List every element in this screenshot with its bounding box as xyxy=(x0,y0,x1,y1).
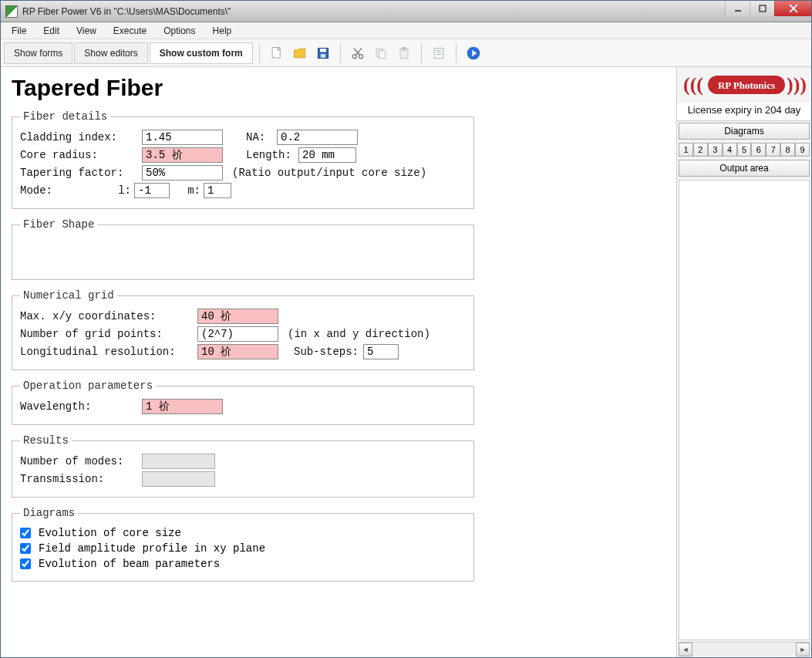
mode-l-input[interactable] xyxy=(134,183,170,198)
na-input[interactable] xyxy=(277,130,358,145)
horizontal-scrollbar[interactable]: ◄ ► xyxy=(679,642,810,656)
fiber-shape-group: Fiber Shape xyxy=(12,218,474,280)
scroll-right-icon[interactable]: ► xyxy=(796,643,810,656)
tapering-input[interactable] xyxy=(142,165,223,181)
menu-options[interactable]: Options xyxy=(156,24,203,38)
trans-label: Transmission: xyxy=(20,473,142,485)
wavelength-input[interactable] xyxy=(142,399,223,414)
substeps-input[interactable] xyxy=(363,344,399,359)
tab-show-editors[interactable]: Show editors xyxy=(74,42,147,64)
cb-field-profile[interactable] xyxy=(20,543,31,554)
fiber-details-group: Fiber details Cladding index: NA: Core r… xyxy=(12,110,474,209)
svg-rect-8 xyxy=(320,53,325,57)
cb-evolution-core[interactable] xyxy=(20,528,31,538)
diagram-tab-1[interactable]: 1 xyxy=(679,143,693,157)
content-area: Tapered Fiber Fiber details Cladding ind… xyxy=(1,67,811,657)
output-area xyxy=(679,180,810,640)
minimize-button[interactable] xyxy=(725,1,750,16)
logo: ((( RP Photonics ))) xyxy=(677,67,811,103)
substeps-label: Sub-steps: xyxy=(294,346,359,358)
document-icon xyxy=(431,46,446,61)
copy-button[interactable] xyxy=(370,42,392,64)
results-legend: Results xyxy=(20,434,72,447)
diagram-tab-3[interactable]: 3 xyxy=(708,143,723,157)
menu-file[interactable]: File xyxy=(4,24,34,38)
na-label: NA: xyxy=(246,131,277,143)
scroll-track[interactable] xyxy=(692,643,796,656)
diagram-tab-5[interactable]: 5 xyxy=(737,143,752,157)
scroll-left-icon[interactable]: ◄ xyxy=(679,643,692,656)
length-input[interactable] xyxy=(298,147,356,163)
svg-rect-7 xyxy=(320,49,326,52)
cut-button[interactable] xyxy=(347,42,369,64)
toolbar-separator xyxy=(259,43,260,63)
play-icon xyxy=(466,46,481,61)
diagram-tab-7[interactable]: 7 xyxy=(766,143,780,157)
diagram-tab-4[interactable]: 4 xyxy=(723,143,737,157)
menu-help[interactable]: Help xyxy=(205,24,240,38)
menubar: File Edit View Execute Options Help xyxy=(1,22,811,39)
tab-show-forms[interactable]: Show forms xyxy=(4,42,72,64)
numerical-grid-legend: Numerical grid xyxy=(20,289,117,302)
close-icon xyxy=(789,4,798,13)
cladding-index-input[interactable] xyxy=(142,130,223,145)
toolbar: Show forms Show editors Show custom form xyxy=(1,39,811,67)
mode-label: Mode: xyxy=(20,184,113,197)
diagrams-legend: Diagrams xyxy=(20,507,78,519)
rp-photonics-logo-icon: ((( RP Photonics ))) xyxy=(679,69,810,100)
window-controls xyxy=(725,1,811,16)
core-radius-input[interactable] xyxy=(142,147,223,163)
operation-params-group: Operation parameters Wavelength: xyxy=(12,380,474,425)
trans-output xyxy=(142,471,215,487)
close-button[interactable] xyxy=(774,1,811,16)
diagram-tabs: 1 2 3 4 5 6 7 8 9 xyxy=(677,141,811,158)
menu-view[interactable]: View xyxy=(69,24,104,38)
license-text: License expiry in 204 day xyxy=(677,103,811,121)
paste-icon xyxy=(396,46,412,61)
document-button[interactable] xyxy=(428,42,450,64)
tapering-note: (Ratio output/input core size) xyxy=(232,167,426,179)
save-button[interactable] xyxy=(312,42,334,64)
scissors-icon xyxy=(350,46,366,61)
modes-output xyxy=(142,454,215,469)
longres-input[interactable] xyxy=(197,344,278,359)
output-area-button[interactable]: Output area xyxy=(679,160,810,177)
cb-beam-params-label: Evolution of beam parameters xyxy=(39,558,220,570)
paste-button[interactable] xyxy=(393,42,415,64)
diagram-tab-8[interactable]: 8 xyxy=(780,143,795,157)
maxxy-input[interactable] xyxy=(197,309,278,324)
tab-show-custom-form[interactable]: Show custom form xyxy=(150,42,253,64)
mode-m-input[interactable] xyxy=(204,183,231,198)
maxxy-label: Max. x/y coordinates: xyxy=(20,310,197,322)
numerical-grid-group: Numerical grid Max. x/y coordinates: Num… xyxy=(12,289,474,370)
diagram-tab-2[interactable]: 2 xyxy=(693,143,708,157)
core-radius-label: Core radius: xyxy=(20,149,142,161)
svg-text:RP Photonics: RP Photonics xyxy=(718,79,775,91)
new-file-icon xyxy=(269,46,285,61)
menu-edit[interactable]: Edit xyxy=(35,24,67,38)
run-button[interactable] xyxy=(463,42,484,64)
window-title: RP Fiber Power V6 in "C:\Users\MAS\Docum… xyxy=(22,6,231,17)
fiber-details-legend: Fiber details xyxy=(20,110,110,123)
menu-execute[interactable]: Execute xyxy=(106,24,154,38)
svg-text:))): ))) xyxy=(787,73,807,96)
maximize-icon xyxy=(759,5,767,12)
diagram-tab-9[interactable]: 9 xyxy=(795,143,810,157)
new-file-button[interactable] xyxy=(266,42,288,64)
grid-points-input[interactable] xyxy=(197,326,278,342)
tapering-label: Tapering factor: xyxy=(20,167,142,179)
open-folder-icon xyxy=(292,46,308,61)
titlebar: RP Fiber Power V6 in "C:\Users\MAS\Docum… xyxy=(1,1,811,22)
wavelength-label: Wavelength: xyxy=(20,400,142,413)
save-icon xyxy=(315,46,331,61)
diagrams-button[interactable]: Diagrams xyxy=(679,123,810,140)
cb-field-profile-label: Field amplitude profile in xy plane xyxy=(39,542,265,555)
app-window: RP Fiber Power V6 in "C:\Users\MAS\Docum… xyxy=(0,0,812,658)
open-file-button[interactable] xyxy=(289,42,311,64)
cb-beam-params[interactable] xyxy=(20,558,31,569)
grid-points-label: Number of grid points: xyxy=(20,328,197,340)
diagram-tab-6[interactable]: 6 xyxy=(751,143,766,157)
svg-rect-16 xyxy=(402,47,406,49)
length-label: Length: xyxy=(246,149,298,161)
maximize-button[interactable] xyxy=(750,1,774,16)
